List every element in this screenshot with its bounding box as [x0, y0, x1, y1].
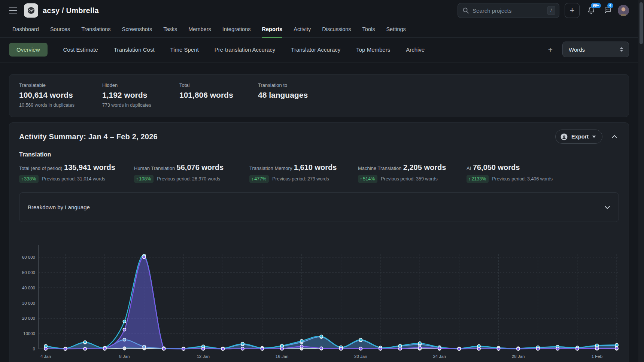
trend-up-badge: 477% — [249, 175, 269, 183]
svg-text:12 Jan: 12 Jan — [197, 354, 210, 359]
nav-tab-dashboard[interactable]: Dashboard — [12, 21, 39, 38]
nav-tab-tools[interactable]: Tools — [362, 21, 375, 38]
words-summary-card: Translatable 100,614 words 10,569 words … — [9, 74, 629, 117]
slash-shortcut-key: / — [547, 6, 555, 15]
report-tab-pre-translation-accuracy[interactable]: Pre-translation Accuracy — [215, 43, 276, 57]
breakdown-by-language-label: Breakdown by Language — [28, 204, 90, 210]
svg-text:20 Jan: 20 Jan — [354, 354, 367, 359]
caret-down-icon — [592, 136, 596, 138]
stat-label: Total — [179, 82, 258, 88]
create-project-button[interactable] — [565, 3, 580, 18]
nav-tab-activity[interactable]: Activity — [294, 21, 311, 38]
previous-period-text: Previous period: 279 words — [272, 176, 329, 182]
stat-label: Translatable — [19, 82, 102, 88]
stat-label: Hidden — [102, 82, 179, 88]
report-subtabs: Overview Cost Estimate Translation Cost … — [0, 38, 638, 63]
report-tab-translator-accuracy[interactable]: Translator Accuracy — [291, 43, 340, 57]
report-tab-overview[interactable]: Overview — [9, 43, 48, 57]
metric-ai: AI 76,050 words 2133% Previous period: 3… — [467, 163, 553, 183]
metric-machine-translation: Machine Translation 2,205 words 514% Pre… — [358, 163, 467, 183]
previous-period-text: Previous period: 3,406 words — [492, 176, 553, 182]
svg-text:1 Feb: 1 Feb — [592, 354, 602, 359]
report-tab-time-spent[interactable]: Time Spent — [170, 43, 199, 57]
stat-translatable: Translatable 100,614 words 10,569 words … — [19, 82, 102, 108]
metric-label: AI — [467, 165, 471, 171]
report-tab-cost-estimate[interactable]: Cost Estimate — [63, 43, 98, 57]
download-icon — [560, 133, 568, 141]
nav-tab-settings[interactable]: Settings — [386, 21, 405, 38]
metric-value: 76,050 words — [473, 163, 520, 171]
nav-tab-reports[interactable]: Reports — [262, 21, 283, 38]
metric-human-translation: Human Translation 56,076 words 108% Prev… — [134, 163, 249, 183]
activity-summary-card: Activity Summary: Jan 4 – Feb 2, 2026 Ex… — [9, 122, 629, 362]
trend-up-badge: 514% — [358, 175, 377, 183]
metric-value: 135,941 words — [64, 163, 115, 171]
scrollbar-thumb[interactable] — [640, 2, 643, 44]
unit-select[interactable]: Words — [562, 42, 629, 57]
search-input[interactable] — [473, 7, 547, 14]
metric-label: Translation Memory — [249, 165, 292, 171]
messages-badge: 4 — [607, 3, 613, 8]
report-tab-archive[interactable]: Archive — [406, 43, 425, 57]
stat-label: Translation to — [258, 82, 308, 88]
activity-chart: 01000020 00030 00040 00050 00060 0004 Ja… — [17, 239, 631, 362]
svg-text:10000: 10000 — [23, 331, 35, 336]
svg-text:24 Jan: 24 Jan — [433, 354, 446, 359]
stat-translation-to: Translation to 48 languages — [258, 82, 308, 108]
stat-value: 100,614 words — [19, 91, 102, 100]
metric-label: Human Translation — [134, 165, 175, 171]
nav-tab-tasks[interactable]: Tasks — [163, 21, 177, 38]
page-title: acsy / Umbrella — [43, 6, 99, 15]
nav-tab-translations[interactable]: Translations — [81, 21, 110, 38]
chevron-down-icon — [604, 206, 610, 209]
previous-period-text: Previous period: 31,014 words — [42, 176, 105, 182]
search-box: / — [458, 3, 559, 18]
metric-value: 2,205 words — [403, 163, 446, 171]
notifications-button[interactable]: 99+ — [586, 6, 596, 15]
menu-icon[interactable] — [9, 7, 17, 13]
nav-tab-integrations[interactable]: Integrations — [222, 21, 251, 38]
topbar-actions: / 99+ 4 — [458, 3, 629, 18]
activity-summary-header: Activity Summary: Jan 4 – Feb 2, 2026 Ex… — [9, 123, 629, 144]
unit-select-value: Words — [569, 46, 619, 53]
app-root: acsy / Umbrella / 99+ — [0, 0, 644, 362]
svg-text:8 Jan: 8 Jan — [119, 354, 130, 359]
export-button[interactable]: Export — [555, 130, 602, 144]
search-icon — [462, 7, 469, 14]
nav-tab-discussions[interactable]: Discussions — [322, 21, 351, 38]
avatar-image — [618, 5, 629, 16]
nav-tab-members[interactable]: Members — [188, 21, 211, 38]
trend-up-badge: 338% — [19, 175, 39, 183]
stat-note — [179, 103, 258, 108]
messages-button[interactable]: 4 — [603, 6, 613, 15]
project-logo[interactable] — [24, 3, 38, 18]
svg-text:28 Jan: 28 Jan — [512, 354, 525, 359]
metric-value: 1,610 words — [294, 163, 337, 171]
svg-text:4 Jan: 4 Jan — [40, 354, 51, 359]
metric-label: Total (end of period) — [19, 165, 63, 171]
metric-label: Machine Translation — [358, 165, 401, 171]
report-subtabs-list: Overview Cost Estimate Translation Cost … — [9, 43, 425, 57]
translation-metrics: Total (end of period) 135,941 words 338%… — [9, 158, 629, 183]
add-report-button[interactable] — [547, 46, 554, 53]
stat-value: 48 languages — [258, 91, 308, 100]
nav-tab-screenshots[interactable]: Screenshots — [122, 21, 152, 38]
svg-text:20 000: 20 000 — [22, 316, 35, 320]
previous-period-text: Previous period: 359 words — [381, 176, 437, 182]
report-tab-top-members[interactable]: Top Members — [356, 43, 390, 57]
previous-period-text: Previous period: 26,970 words — [157, 176, 220, 182]
topbar: acsy / Umbrella / 99+ — [0, 0, 638, 21]
crowdin-bird-icon — [27, 6, 36, 15]
stat-note: 773 words in duplicates — [102, 103, 179, 108]
collapse-section-button[interactable] — [610, 132, 619, 141]
report-tab-translation-cost[interactable]: Translation Cost — [114, 43, 155, 57]
user-avatar[interactable] — [618, 5, 629, 16]
activity-summary-title: Activity Summary: Jan 4 – Feb 2, 2026 — [19, 133, 158, 141]
svg-text:0: 0 — [33, 347, 35, 351]
svg-text:60 000: 60 000 — [22, 255, 35, 259]
breakdown-by-language-toggle[interactable]: Breakdown by Language — [19, 192, 619, 222]
nav-tab-sources[interactable]: Sources — [50, 21, 70, 38]
trend-up-badge: 2133% — [467, 175, 489, 183]
svg-text:50 000: 50 000 — [22, 270, 35, 275]
stat-hidden: Hidden 1,192 words 773 words in duplicat… — [102, 82, 179, 108]
